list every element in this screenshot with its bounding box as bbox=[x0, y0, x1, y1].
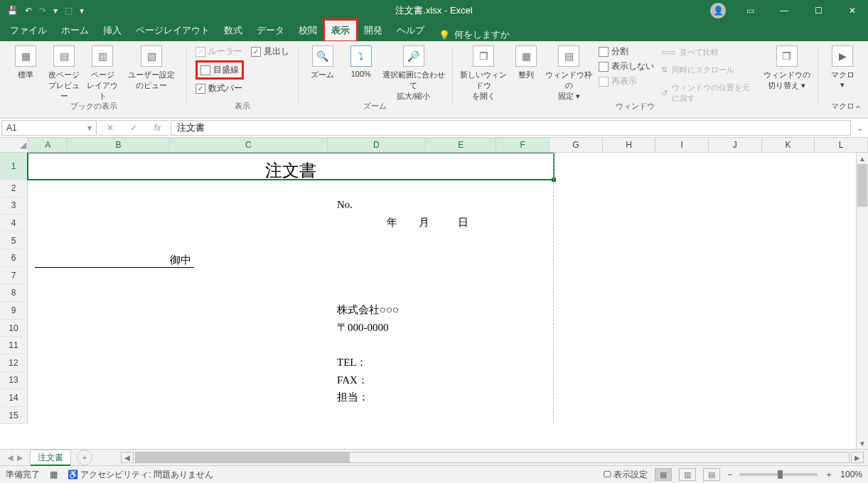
row-header[interactable]: 3 bbox=[0, 197, 28, 215]
macro-rec-icon[interactable]: ▦ bbox=[50, 470, 58, 479]
minimize-button[interactable]: — bbox=[768, 0, 800, 21]
row-header[interactable]: 11 bbox=[0, 337, 28, 354]
view-normal-icon[interactable]: ▦ bbox=[655, 468, 672, 481]
row-header[interactable]: 12 bbox=[0, 354, 28, 372]
row-cells[interactable]: 注文書 bbox=[28, 153, 868, 180]
vertical-scrollbar[interactable]: ▲ ▼ bbox=[856, 153, 868, 449]
col-header[interactable]: K bbox=[762, 138, 815, 152]
ribbon-display-icon[interactable]: ▭ bbox=[734, 0, 766, 21]
qat-menu-icon[interactable]: ▾ bbox=[53, 6, 58, 16]
tab-pagelayout[interactable]: ページレイアウト bbox=[129, 20, 217, 41]
add-sheet-button[interactable]: ＋ bbox=[77, 450, 92, 465]
macros-button[interactable]: ▶マクロ ▾ bbox=[824, 44, 861, 91]
row-cells[interactable] bbox=[28, 232, 868, 250]
row-cells[interactable]: 年月日 bbox=[28, 215, 868, 232]
zoom-out-icon[interactable]: − bbox=[727, 470, 732, 479]
zoom-100-button[interactable]: ⤵100% bbox=[343, 44, 380, 80]
touch-mode-icon[interactable]: ⬚ bbox=[65, 6, 73, 16]
zoom-button[interactable]: 🔍ズーム bbox=[304, 44, 341, 82]
tab-view[interactable]: 表示 bbox=[324, 20, 357, 41]
col-header[interactable]: E bbox=[426, 138, 496, 152]
col-header[interactable]: J bbox=[709, 138, 762, 152]
col-header[interactable]: F bbox=[496, 138, 550, 152]
view-custom-button[interactable]: ▧ユーザー設定 のビュー bbox=[122, 44, 181, 92]
chk-gridlines[interactable]: 目盛線 bbox=[195, 60, 244, 80]
col-header[interactable]: C bbox=[170, 138, 328, 152]
row-header[interactable]: 1 bbox=[0, 153, 28, 180]
row-cells[interactable] bbox=[28, 285, 868, 303]
col-header[interactable]: D bbox=[328, 138, 426, 152]
scroll-up-icon[interactable]: ▲ bbox=[857, 153, 868, 164]
zoom-slider[interactable] bbox=[739, 473, 818, 476]
tell-me[interactable]: 💡 何をしますか bbox=[432, 28, 517, 41]
row-cells[interactable] bbox=[28, 267, 868, 285]
view-normal-button[interactable]: ▦標準 bbox=[7, 44, 44, 82]
rows-area[interactable]: 1注文書23No.4年月日56御中789株式会社○○○10〒000-000011… bbox=[0, 153, 868, 449]
hscroll-thumb[interactable] bbox=[136, 452, 350, 462]
tab-file[interactable]: ファイル bbox=[3, 20, 54, 41]
expand-formula-icon[interactable]: ⌄ bbox=[852, 119, 868, 137]
view-pagebreak-icon[interactable]: ▤ bbox=[703, 468, 720, 481]
view-pagebreak-button[interactable]: ▤改ページ プレビュー bbox=[45, 44, 82, 103]
close-button[interactable]: ✕ bbox=[837, 0, 868, 21]
row-cells[interactable]: 〒000-0000 bbox=[28, 320, 868, 337]
hscroll-right-icon[interactable]: ▶ bbox=[851, 452, 864, 463]
sheet-nav-next-icon[interactable]: ▶ bbox=[17, 453, 23, 462]
column-headers[interactable]: ◢ ABCDEFGHIJKL bbox=[0, 138, 868, 153]
row-header[interactable]: 13 bbox=[0, 372, 28, 390]
row-header[interactable]: 7 bbox=[0, 267, 28, 285]
qat-dd-icon[interactable]: ▾ bbox=[80, 6, 84, 16]
maximize-button[interactable]: ☐ bbox=[803, 0, 834, 21]
tab-developer[interactable]: 開発 bbox=[357, 20, 390, 41]
row-cells[interactable] bbox=[28, 180, 868, 197]
tab-insert[interactable]: 挿入 bbox=[96, 20, 129, 41]
tab-home[interactable]: ホーム bbox=[54, 20, 96, 41]
formula-input[interactable]: 注文書 bbox=[171, 120, 851, 136]
col-header[interactable]: B bbox=[68, 138, 169, 152]
row-cells[interactable] bbox=[28, 407, 868, 425]
scroll-down-icon[interactable]: ▼ bbox=[857, 438, 868, 449]
col-header[interactable]: L bbox=[815, 138, 868, 152]
vscroll-thumb[interactable] bbox=[857, 164, 867, 207]
row-cells[interactable]: No. bbox=[28, 197, 868, 215]
display-settings[interactable]: 🖵 表示設定 bbox=[603, 469, 648, 481]
select-all-corner[interactable]: ◢ bbox=[0, 138, 28, 152]
arrange-button[interactable]: ▦整列 bbox=[510, 44, 542, 82]
row-header[interactable]: 15 bbox=[0, 407, 28, 425]
save-icon[interactable]: 💾 bbox=[7, 6, 18, 16]
tab-help[interactable]: ヘルプ bbox=[390, 20, 432, 41]
row-cells[interactable] bbox=[28, 337, 868, 354]
chk-formulabar[interactable]: ✓数式バー bbox=[195, 82, 244, 94]
row-cells[interactable]: 担当： bbox=[28, 389, 868, 407]
redo-icon[interactable]: ↷ bbox=[39, 6, 46, 16]
tab-review[interactable]: 校閲 bbox=[291, 20, 324, 41]
name-box[interactable]: A1▾ bbox=[1, 120, 97, 136]
undo-icon[interactable]: ↶ bbox=[25, 6, 32, 16]
switch-windows-button[interactable]: ❐ウィンドウの 切り替え ▾ bbox=[761, 44, 812, 92]
hscroll-left-icon[interactable]: ◀ bbox=[121, 452, 134, 463]
chk-headings[interactable]: ✓見出し bbox=[251, 45, 289, 58]
freeze-panes-button[interactable]: ▤ウィンドウ枠の 固定 ▾ bbox=[544, 44, 594, 103]
row-cells[interactable]: FAX： bbox=[28, 372, 868, 390]
chk-split[interactable]: 分割 bbox=[599, 45, 654, 58]
sheet-nav-prev-icon[interactable]: ◀ bbox=[7, 453, 13, 462]
horizontal-scrollbar[interactable]: ◀ ▶ bbox=[92, 452, 868, 463]
chk-hide[interactable]: 表示しない bbox=[599, 60, 654, 72]
fx-icon[interactable]: fx bbox=[154, 123, 161, 133]
account-avatar[interactable]: 👤 bbox=[710, 3, 726, 18]
row-header[interactable]: 4 bbox=[0, 215, 28, 232]
view-pagelayout-icon[interactable]: ▥ bbox=[679, 468, 696, 481]
tab-formulas[interactable]: 数式 bbox=[217, 20, 250, 41]
cancel-formula-icon[interactable]: ✕ bbox=[107, 123, 114, 133]
spreadsheet-grid[interactable]: ◢ ABCDEFGHIJKL 1注文書23No.4年月日56御中789株式会社○… bbox=[0, 138, 868, 449]
zoom-level[interactable]: 100% bbox=[840, 470, 862, 479]
row-header[interactable]: 2 bbox=[0, 180, 28, 197]
row-header[interactable]: 8 bbox=[0, 285, 28, 303]
view-pagelayout-button[interactable]: ▥ページ レイアウト bbox=[84, 44, 121, 103]
enter-formula-icon[interactable]: ✓ bbox=[130, 123, 137, 133]
tab-data[interactable]: データ bbox=[250, 20, 291, 41]
col-header[interactable]: I bbox=[655, 138, 709, 152]
row-cells[interactable]: TEL： bbox=[28, 354, 868, 372]
row-cells[interactable]: 株式会社○○○ bbox=[28, 302, 868, 320]
collapse-ribbon-icon[interactable]: ⌃ bbox=[854, 104, 862, 115]
